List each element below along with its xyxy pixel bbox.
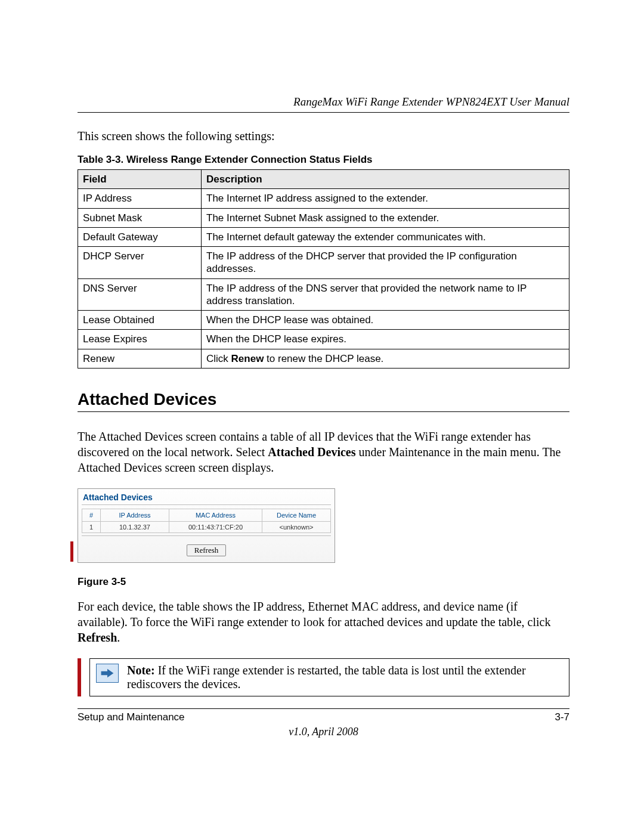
footer-right: 3-7	[555, 711, 569, 723]
table-row: DNS Server The IP address of the DNS ser…	[78, 278, 569, 311]
svg-marker-0	[101, 669, 114, 677]
cell-field: DHCP Server	[78, 247, 202, 279]
table-row: Lease Expires When the DHCP lease expire…	[78, 330, 569, 349]
cell-field: IP Address	[78, 189, 202, 208]
cell-desc: The Internet default gateway the extende…	[202, 227, 569, 246]
intro-text: This screen shows the following settings…	[78, 129, 569, 143]
table-row: Lease Obtained When the DHCP lease was o…	[78, 311, 569, 330]
cell-desc: The IP address of the DHCP server that p…	[202, 247, 569, 279]
cell-ip: 10.1.32.37	[100, 522, 169, 533]
screenshot-separator	[82, 535, 331, 536]
section-heading: Attached Devices	[78, 390, 569, 409]
footer-version: v1.0, April 2008	[78, 726, 569, 738]
figure-caption: Figure 3-5	[78, 576, 569, 588]
screenshot-title: Attached Devices	[78, 489, 335, 504]
table-caption: Table 3-3. Wireless Range Extender Conne…	[78, 154, 569, 166]
table-row: Subnet Mask The Internet Subnet Mask ass…	[78, 208, 569, 227]
note-box: Note: If the WiFi range extender is rest…	[89, 658, 569, 696]
cell-desc: When the DHCP lease was obtained.	[202, 311, 569, 330]
section-rule	[78, 411, 569, 412]
cell-field: Default Gateway	[78, 227, 202, 246]
table-row: IP Address The Internet IP address assig…	[78, 189, 569, 208]
cell-field: Renew	[78, 349, 202, 368]
th-name: Device Name	[262, 509, 331, 522]
cell-field: Subnet Mask	[78, 208, 202, 227]
cell-num: 1	[82, 522, 100, 533]
cell-mac: 00:11:43:71:CF:20	[169, 522, 262, 533]
th-ip: IP Address	[100, 509, 169, 522]
table-row: Renew Click Renew to renew the DHCP leas…	[78, 349, 569, 368]
footer-left: Setup and Maintenance	[78, 711, 185, 723]
attached-devices-screenshot: Attached Devices # IP Address MAC Addres…	[78, 488, 335, 563]
cell-name: <unknown>	[262, 522, 331, 533]
devices-table: # IP Address MAC Address Device Name 1 1…	[82, 509, 331, 533]
change-bar	[70, 541, 73, 562]
cell-desc: Click Renew to renew the DHCP lease.	[202, 349, 569, 368]
device-row: 1 10.1.32.37 00:11:43:71:CF:20 <unknown>	[82, 522, 331, 533]
section-body-2: For each device, the table shows the IP …	[78, 599, 569, 645]
section-body-1: The Attached Devices screen contains a t…	[78, 429, 569, 475]
arrow-right-icon	[96, 664, 119, 683]
change-bar	[78, 658, 81, 696]
cell-desc: The IP address of the DNS server that pr…	[202, 278, 569, 311]
cell-field: DNS Server	[78, 278, 202, 311]
note-text: Note: If the WiFi range extender is rest…	[127, 664, 563, 691]
fields-table: Field Description IP Address The Interne…	[78, 169, 569, 368]
page-header: RangeMax WiFi Range Extender WPN824EXT U…	[78, 95, 569, 113]
cell-field: Lease Expires	[78, 330, 202, 349]
th-num: #	[82, 509, 100, 522]
cell-desc: The Internet Subnet Mask assigned to the…	[202, 208, 569, 227]
footer-rule	[78, 708, 569, 709]
table-row: Default Gateway The Internet default gat…	[78, 227, 569, 246]
refresh-button[interactable]: Refresh	[187, 544, 226, 556]
th-desc: Description	[202, 170, 569, 189]
cell-desc: When the DHCP lease expires.	[202, 330, 569, 349]
cell-desc: The Internet IP address assigned to the …	[202, 189, 569, 208]
th-mac: MAC Address	[169, 509, 262, 522]
cell-field: Lease Obtained	[78, 311, 202, 330]
table-row: DHCP Server The IP address of the DHCP s…	[78, 247, 569, 279]
th-field: Field	[78, 170, 202, 189]
screenshot-separator	[82, 504, 331, 505]
